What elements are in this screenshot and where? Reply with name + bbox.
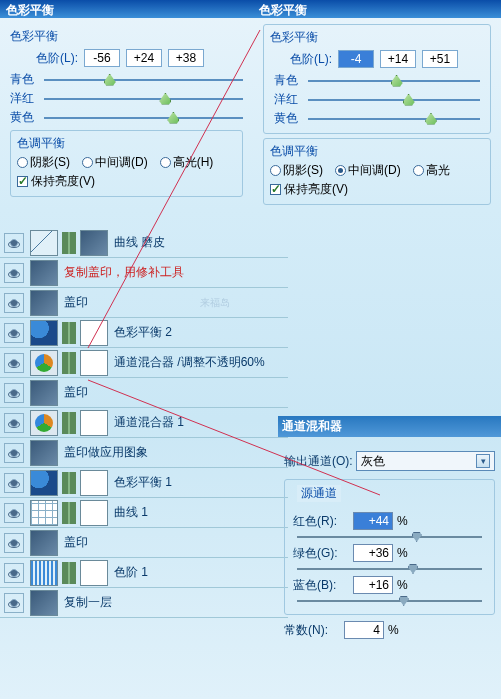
layer-thumb[interactable] (30, 230, 58, 256)
tone-title: 色调平衡 (17, 135, 236, 152)
blue-slider[interactable] (297, 600, 482, 602)
midtones-radio[interactable]: 中间调(D) (82, 154, 148, 171)
level-2[interactable]: +24 (126, 49, 162, 67)
shadows-radio-2[interactable]: 阴影(S) (270, 162, 323, 179)
blue-label: 蓝色(B): (293, 577, 353, 594)
yellow-slider[interactable] (44, 117, 243, 119)
tone-title-2: 色调平衡 (270, 143, 484, 160)
level-3[interactable]: +38 (168, 49, 204, 67)
panel1-title: 色彩平衡 (0, 0, 253, 18)
midtones-radio-2[interactable]: 中间调(D) (335, 162, 401, 179)
layer-name[interactable]: 盖印 (64, 384, 88, 401)
preserve-check[interactable]: 保持亮度(V) (17, 173, 95, 190)
mask-thumb[interactable] (80, 560, 108, 586)
levels-label: 色阶(L): (36, 50, 78, 67)
red-label: 红色(R): (293, 513, 353, 530)
link-icon[interactable] (62, 502, 76, 524)
layer-thumb[interactable] (30, 530, 58, 556)
red-slider[interactable] (297, 536, 482, 538)
green-label: 绿色(G): (293, 545, 353, 562)
layer-thumb[interactable] (30, 560, 58, 586)
yellow-label: 黄色 (10, 109, 40, 126)
highlights-radio-2[interactable]: 高光 (413, 162, 450, 179)
magenta-slider[interactable] (44, 98, 243, 100)
watermark: 来福岛 (200, 296, 230, 310)
magenta-slider-2[interactable] (308, 99, 480, 101)
mask-thumb[interactable] (80, 320, 108, 346)
layer-thumb[interactable] (30, 320, 58, 346)
link-icon[interactable] (62, 412, 76, 434)
link-icon[interactable] (62, 352, 76, 374)
level-3b[interactable]: +51 (422, 50, 458, 68)
level-2b[interactable]: +14 (380, 50, 416, 68)
output-channel-select[interactable]: 灰色 (356, 451, 495, 471)
layer-name[interactable]: 盖印 (64, 534, 88, 551)
layer-name[interactable]: 曲线 1 (114, 504, 148, 521)
mask-thumb[interactable] (80, 350, 108, 376)
source-channel-label: 源通道 (297, 485, 341, 502)
chevron-down-icon[interactable] (476, 454, 490, 468)
layer-thumb[interactable] (30, 260, 58, 286)
constant-value[interactable]: 4 (344, 621, 384, 639)
green-slider[interactable] (297, 568, 482, 570)
shadows-radio[interactable]: 阴影(S) (17, 154, 70, 171)
link-icon[interactable] (62, 562, 76, 584)
eye-icon[interactable] (4, 413, 24, 433)
layer-thumb[interactable] (30, 470, 58, 496)
cyan-slider-2[interactable] (308, 80, 480, 82)
yellow-slider-2[interactable] (308, 118, 480, 120)
layer-name[interactable]: 色彩平衡 2 (114, 324, 172, 341)
channel-mixer-panel: 通道混和器 输出通道(O): 灰色 源通道 红色(R):+44% 绿色(G):+… (278, 416, 501, 651)
layer-name[interactable]: 盖印做应用图象 (64, 444, 148, 461)
panel1-sub: 色彩平衡 (10, 28, 247, 45)
mask-thumb[interactable] (80, 410, 108, 436)
eye-icon[interactable] (4, 353, 24, 373)
mask-thumb[interactable] (80, 500, 108, 526)
layer-thumb[interactable] (30, 590, 58, 616)
level-1b[interactable]: -4 (338, 50, 374, 68)
layer-name[interactable]: 盖印 (64, 294, 88, 311)
cyan-label: 青色 (10, 71, 40, 88)
layer-name[interactable]: 通道混合器 /调整不透明60% (114, 354, 265, 371)
eye-icon[interactable] (4, 263, 24, 283)
eye-icon[interactable] (4, 533, 24, 553)
preserve-check-2[interactable]: 保持亮度(V) (270, 181, 348, 198)
layer-name[interactable]: 复制一层 (64, 594, 112, 611)
eye-icon[interactable] (4, 593, 24, 613)
highlights-radio[interactable]: 高光(H) (160, 154, 214, 171)
layer-name[interactable]: 曲线 磨皮 (114, 234, 165, 251)
layer-name[interactable]: 色彩平衡 1 (114, 474, 172, 491)
constant-label: 常数(N): (284, 622, 344, 639)
panel2-title: 色彩平衡 (253, 0, 501, 18)
layer-name[interactable]: 通道混合器 1 (114, 414, 184, 431)
layer-name[interactable]: 色阶 1 (114, 564, 148, 581)
yellow-label-2: 黄色 (274, 110, 304, 127)
eye-icon[interactable] (4, 503, 24, 523)
panel2-sub: 色彩平衡 (270, 29, 484, 46)
eye-icon[interactable] (4, 443, 24, 463)
layer-thumb[interactable] (30, 440, 58, 466)
link-icon[interactable] (62, 232, 76, 254)
layer-name[interactable]: 复制盖印，用修补工具 (64, 264, 184, 281)
eye-icon[interactable] (4, 563, 24, 583)
layer-thumb[interactable] (30, 290, 58, 316)
magenta-label: 洋红 (10, 90, 40, 107)
link-icon[interactable] (62, 472, 76, 494)
output-channel-label: 输出通道(O): (284, 453, 356, 470)
mask-thumb[interactable] (80, 470, 108, 496)
mask-thumb[interactable] (80, 230, 108, 256)
eye-icon[interactable] (4, 383, 24, 403)
level-1[interactable]: -56 (84, 49, 120, 67)
red-value[interactable]: +44 (353, 512, 393, 530)
blue-value[interactable]: +16 (353, 576, 393, 594)
eye-icon[interactable] (4, 323, 24, 343)
eye-icon[interactable] (4, 233, 24, 253)
cyan-slider[interactable] (44, 79, 243, 81)
layer-thumb[interactable] (30, 380, 58, 406)
layer-thumb[interactable] (30, 500, 58, 526)
eye-icon[interactable] (4, 473, 24, 493)
green-value[interactable]: +36 (353, 544, 393, 562)
layers-panel: 曲线 磨皮 复制盖印，用修补工具 盖印 色彩平衡 2 通道混合器 /调整不透明6… (0, 228, 288, 618)
link-icon[interactable] (62, 322, 76, 344)
eye-icon[interactable] (4, 293, 24, 313)
